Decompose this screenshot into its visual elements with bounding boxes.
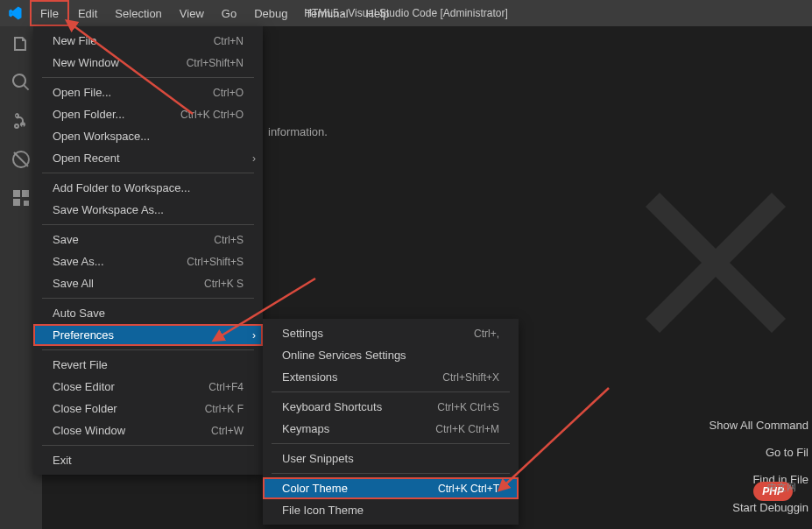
menu-label: Close Editor bbox=[53, 380, 115, 393]
menu-label: Close Folder bbox=[53, 402, 117, 415]
prefs-menu-keymaps[interactable]: KeymapsCtrl+K Ctrl+M bbox=[263, 418, 519, 440]
menu-shortcut: Ctrl+K S bbox=[204, 278, 244, 290]
menu-label: Preferences bbox=[53, 328, 114, 342]
file-dropdown-menu: New FileCtrl+NNew WindowCtrl+Shift+NOpen… bbox=[33, 26, 263, 475]
menu-debug[interactable]: Debug bbox=[245, 0, 296, 26]
menu-label: Extensions bbox=[282, 370, 338, 384]
menu-shortcut: Ctrl+K F bbox=[205, 403, 244, 415]
menu-label: Exit bbox=[53, 454, 72, 467]
menu-label: Close Window bbox=[53, 424, 125, 437]
menu-label: Save bbox=[53, 233, 79, 246]
watermark-x-icon bbox=[646, 193, 786, 333]
watermark-text: 中文网 bbox=[767, 481, 796, 494]
prefs-menu-file-icon-theme[interactable]: File Icon Theme bbox=[263, 499, 519, 521]
welcome-hints: Show All Command Go to Fil Find in File … bbox=[710, 412, 812, 521]
menu-label: New Window bbox=[53, 56, 119, 69]
menu-shortcut: Ctrl+W bbox=[211, 425, 244, 437]
prefs-menu-color-theme[interactable]: Color ThemeCtrl+K Ctrl+T bbox=[263, 477, 519, 499]
menu-separator bbox=[272, 473, 510, 474]
menu-label: Revert File bbox=[53, 358, 108, 371]
hint-go-to-file: Go to Fil bbox=[710, 439, 812, 466]
menu-shortcut: Ctrl+K Ctrl+S bbox=[437, 401, 499, 413]
file-menu-open-workspace[interactable]: Open Workspace... bbox=[33, 125, 263, 147]
menu-separator bbox=[42, 349, 254, 350]
file-menu-open-folder[interactable]: Open Folder...Ctrl+K Ctrl+O bbox=[33, 103, 263, 125]
file-menu-open-file[interactable]: Open File...Ctrl+O bbox=[33, 81, 263, 103]
menu-label: New File bbox=[53, 34, 97, 47]
file-menu-preferences[interactable]: Preferences› bbox=[33, 324, 263, 346]
menu-separator bbox=[272, 443, 510, 444]
file-menu-close-folder[interactable]: Close FolderCtrl+K F bbox=[33, 398, 263, 420]
prefs-menu-user-snippets[interactable]: User Snippets bbox=[263, 448, 519, 469]
menu-shortcut: Ctrl+N bbox=[214, 35, 244, 47]
file-menu-auto-save[interactable]: Auto Save bbox=[33, 302, 263, 324]
menu-shortcut: Ctrl+O bbox=[213, 87, 244, 99]
menu-shortcut: Ctrl+Shift+X bbox=[442, 371, 499, 384]
chevron-right-icon: › bbox=[252, 329, 256, 342]
vscode-logo-icon bbox=[0, 5, 30, 21]
svg-point-1 bbox=[16, 125, 18, 127]
menu-label: Color Theme bbox=[282, 482, 348, 495]
menu-edit[interactable]: Edit bbox=[69, 0, 106, 26]
menu-label: Save All bbox=[53, 277, 94, 290]
menu-shortcut: Ctrl+F4 bbox=[208, 381, 244, 393]
menu-file[interactable]: File bbox=[30, 0, 69, 26]
window-title: HTML5 - Visual Studio Code [Administrato… bbox=[304, 7, 508, 19]
menu-shortcut: Ctrl+K Ctrl+M bbox=[435, 423, 499, 435]
menu-label: File Icon Theme bbox=[282, 504, 364, 517]
menu-label: Add Folder to Workspace... bbox=[53, 181, 190, 194]
menu-label: Save As... bbox=[53, 255, 104, 268]
file-menu-revert-file[interactable]: Revert File bbox=[33, 354, 263, 376]
prefs-menu-keyboard-shortcuts[interactable]: Keyboard ShortcutsCtrl+K Ctrl+S bbox=[263, 396, 519, 418]
menu-label: Keymaps bbox=[282, 422, 329, 435]
menu-label: Keyboard Shortcuts bbox=[282, 400, 382, 413]
menu-separator bbox=[42, 173, 254, 173]
menu-shortcut: Ctrl+Shift+S bbox=[187, 256, 244, 268]
source-control-icon[interactable] bbox=[11, 110, 32, 131]
file-menu-save-workspace-as[interactable]: Save Workspace As... bbox=[33, 199, 263, 221]
file-menu-add-folder-to-workspace[interactable]: Add Folder to Workspace... bbox=[33, 177, 263, 199]
menu-label: Settings bbox=[282, 327, 323, 340]
menu-label: Open Recent bbox=[53, 152, 120, 165]
info-text: information. bbox=[268, 125, 328, 138]
menu-selection[interactable]: Selection bbox=[106, 0, 170, 26]
menu-shortcut: Ctrl+S bbox=[214, 234, 244, 246]
menu-label: Online Services Settings bbox=[282, 349, 406, 362]
extensions-icon[interactable] bbox=[11, 187, 32, 208]
menu-label: Open File... bbox=[53, 86, 111, 99]
debug-icon[interactable] bbox=[11, 149, 32, 170]
titlebar: File Edit Selection View Go Debug Termin… bbox=[0, 0, 812, 26]
file-menu-open-recent[interactable]: Open Recent› bbox=[33, 147, 263, 169]
prefs-menu-settings[interactable]: SettingsCtrl+, bbox=[263, 322, 519, 344]
file-menu-exit[interactable]: Exit bbox=[33, 449, 263, 471]
file-menu-save-all[interactable]: Save AllCtrl+K S bbox=[33, 272, 263, 294]
file-menu-save[interactable]: SaveCtrl+S bbox=[33, 229, 263, 250]
menu-go[interactable]: Go bbox=[213, 0, 245, 26]
chevron-right-icon: › bbox=[252, 152, 256, 165]
prefs-menu-online-services-settings[interactable]: Online Services Settings bbox=[263, 344, 519, 366]
menu-shortcut: Ctrl+K Ctrl+T bbox=[438, 483, 499, 495]
menu-label: Save Workspace As... bbox=[53, 203, 164, 216]
files-icon[interactable] bbox=[11, 33, 32, 54]
menu-separator bbox=[42, 298, 254, 299]
menu-label: Open Folder... bbox=[53, 108, 124, 121]
menu-separator bbox=[42, 77, 254, 78]
file-menu-close-editor[interactable]: Close EditorCtrl+F4 bbox=[33, 376, 263, 398]
hint-show-commands: Show All Command bbox=[710, 412, 812, 439]
menu-separator bbox=[42, 224, 254, 225]
menu-shortcut: Ctrl+Shift+N bbox=[187, 57, 244, 69]
file-menu-close-window[interactable]: Close WindowCtrl+W bbox=[33, 420, 263, 441]
menu-view[interactable]: View bbox=[171, 0, 213, 26]
menu-label: User Snippets bbox=[282, 452, 354, 465]
preferences-submenu: SettingsCtrl+,Online Services SettingsEx… bbox=[263, 319, 519, 525]
file-menu-save-as[interactable]: Save As...Ctrl+Shift+S bbox=[33, 250, 263, 272]
search-icon[interactable] bbox=[11, 72, 32, 93]
menu-label: Auto Save bbox=[53, 307, 105, 320]
menu-separator bbox=[272, 391, 510, 392]
menu-shortcut: Ctrl+K Ctrl+O bbox=[180, 109, 244, 121]
menu-shortcut: Ctrl+, bbox=[474, 328, 499, 340]
prefs-menu-extensions[interactable]: ExtensionsCtrl+Shift+X bbox=[263, 366, 519, 388]
menu-separator bbox=[42, 445, 254, 446]
file-menu-new-window[interactable]: New WindowCtrl+Shift+N bbox=[33, 52, 263, 74]
file-menu-new-file[interactable]: New FileCtrl+N bbox=[33, 30, 263, 52]
